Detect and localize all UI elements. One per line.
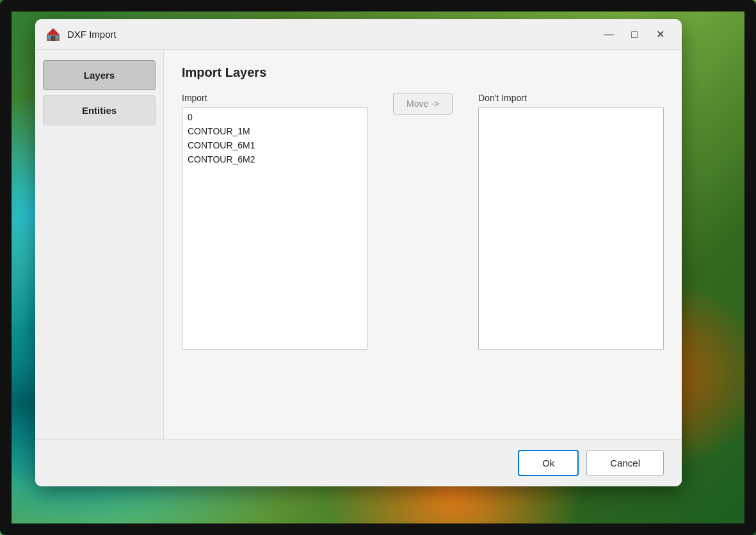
close-button[interactable]: ✕ <box>648 23 672 46</box>
dialog-body: Layers Entities Import Layers Import 0 C… <box>35 50 682 439</box>
sidebar-item-entities[interactable]: Entities <box>43 95 156 125</box>
dialog-title: DXF Import <box>67 29 597 40</box>
cancel-button[interactable]: Cancel <box>586 450 664 476</box>
svg-rect-2 <box>51 36 55 41</box>
dont-import-label: Don't Import <box>478 93 664 103</box>
dont-import-section: Don't Import <box>478 93 664 350</box>
minimize-button[interactable]: — <box>597 23 620 46</box>
dialog-footer: Ok Cancel <box>35 439 682 486</box>
list-item[interactable]: CONTOUR_6M2 <box>182 152 367 166</box>
ok-button[interactable]: Ok <box>518 450 579 476</box>
import-label: Import <box>182 93 367 103</box>
import-list[interactable]: 0 CONTOUR_1M CONTOUR_6M1 CONTOUR_6M2 <box>182 107 367 350</box>
lists-row: Import 0 CONTOUR_1M CONTOUR_6M1 CONTOUR_… <box>182 93 664 424</box>
app-icon <box>45 27 61 42</box>
title-bar: DXF Import — □ ✕ <box>35 19 682 50</box>
import-section: Import 0 CONTOUR_1M CONTOUR_6M1 CONTOUR_… <box>182 93 367 350</box>
dialog-window: DXF Import — □ ✕ Layers Entities Import … <box>35 19 682 486</box>
main-content: Import Layers Import 0 CONTOUR_1M CONTOU… <box>163 50 682 439</box>
maximize-button[interactable]: □ <box>623 23 646 46</box>
sidebar: Layers Entities <box>35 50 163 439</box>
list-item[interactable]: CONTOUR_6M1 <box>182 138 367 152</box>
svg-rect-4 <box>56 36 58 38</box>
section-title: Import Layers <box>182 65 664 80</box>
move-button[interactable]: Move -> <box>393 93 453 115</box>
svg-rect-3 <box>48 36 51 38</box>
list-item[interactable]: 0 <box>182 110 367 124</box>
dont-import-list[interactable] <box>478 107 664 350</box>
list-item[interactable]: CONTOUR_1M <box>182 124 367 138</box>
svg-marker-1 <box>47 28 60 35</box>
move-area: Move -> <box>367 93 478 115</box>
title-bar-controls: — □ ✕ <box>597 23 672 46</box>
sidebar-item-layers[interactable]: Layers <box>43 60 156 90</box>
